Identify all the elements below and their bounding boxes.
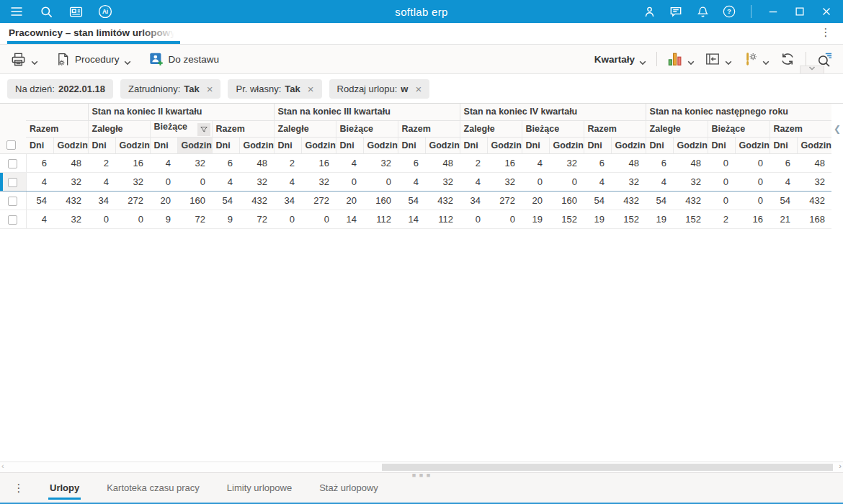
scroll-left-icon[interactable]: ‹ — [1, 462, 4, 470]
filter-chip[interactable]: Na dzień:2022.01.18 — [7, 79, 113, 99]
row-checkbox[interactable] — [8, 159, 17, 168]
tab-pracownicy-stan-limitow[interactable]: Pracownicy – stan limitów urlopowych — [7, 23, 183, 44]
unit-header[interactable]: Godziny — [487, 137, 522, 153]
data-cell: 54 — [26, 191, 53, 210]
unit-header[interactable]: Dni — [88, 137, 115, 153]
scroll-right-icon[interactable]: › — [839, 462, 842, 470]
filter-chip[interactable]: Zatrudniony:Tak× — [120, 79, 220, 99]
data-cell: 32 — [301, 172, 336, 191]
minimize-button[interactable] — [765, 3, 781, 20]
group-header: Stan na koniec III kwartału — [274, 104, 460, 120]
row-checkbox[interactable] — [8, 215, 17, 225]
unit-header[interactable]: Dni — [770, 137, 797, 153]
unit-header[interactable]: Godziny — [53, 137, 88, 153]
news-button[interactable] — [68, 3, 84, 20]
table-row[interactable]: 5443234272201605443234272201605443234272… — [0, 191, 831, 210]
menu-button[interactable] — [9, 3, 24, 20]
unit-header[interactable]: Godziny — [797, 137, 831, 153]
unit-header[interactable]: Godziny — [611, 137, 646, 153]
maximize-button[interactable] — [792, 3, 808, 20]
column-header[interactable]: Razem — [584, 120, 646, 137]
table-row[interactable]: 43243200432432004324320043243200432 — [0, 172, 831, 191]
unit-header[interactable]: Dni — [398, 137, 425, 153]
unit-header[interactable]: Dni — [274, 137, 301, 153]
unit-header[interactable]: Godziny — [549, 137, 584, 153]
chart-view-button[interactable] — [667, 51, 695, 67]
messages-button[interactable] — [668, 3, 684, 20]
panel-left-icon — [705, 51, 721, 67]
ai-assistant-button[interactable]: Ai — [97, 3, 113, 20]
row-checkbox[interactable] — [8, 178, 17, 187]
column-header[interactable]: Razem — [26, 120, 88, 137]
bottom-tabs-menu-icon[interactable]: ⋮ — [12, 482, 26, 495]
unit-header[interactable]: Dni — [212, 137, 239, 153]
unit-header[interactable]: Dni — [460, 137, 487, 153]
horizontal-scrollbar[interactable]: ‹ › — [0, 462, 843, 472]
toolbar-left-group: ProceduryDo zestawu — [10, 51, 219, 68]
close-icon — [820, 5, 833, 18]
print-button[interactable] — [10, 51, 38, 68]
unit-header[interactable]: Godziny — [363, 137, 398, 153]
column-header[interactable]: Razem — [398, 120, 460, 137]
unit-header[interactable]: Dni — [708, 137, 735, 153]
unit-header[interactable]: Dni — [150, 137, 177, 153]
close-icon[interactable]: × — [308, 84, 314, 94]
bottom-tab-urlopy[interactable]: Urlopy — [36, 473, 93, 503]
bottom-tab-staż-urlopowy[interactable]: Staż urlopowy — [305, 473, 392, 503]
bottom-tab-kartoteka-czasu-pracy[interactable]: Kartoteka czasu pracy — [93, 473, 213, 503]
data-cell: 32 — [797, 172, 831, 191]
column-header[interactable]: Zaległe — [460, 120, 522, 137]
user-account-button[interactable] — [641, 3, 657, 20]
quarters-dropdown[interactable]: Kwartały — [594, 54, 646, 65]
notifications-button[interactable] — [695, 3, 710, 20]
data-cell: 6 — [398, 153, 425, 172]
add-to-set-button[interactable]: Do zestawu — [148, 51, 220, 67]
close-icon[interactable]: × — [415, 84, 422, 94]
scrollbar-thumb[interactable] — [382, 464, 833, 471]
column-header[interactable]: Bieżące — [708, 120, 770, 137]
table-row[interactable]: 64821643264821643264821643264864800648 — [0, 153, 831, 172]
unit-header[interactable]: Dni — [336, 137, 363, 153]
alerts-settings-button[interactable] — [742, 51, 770, 67]
data-cell: 20 — [336, 191, 363, 210]
unit-header[interactable]: Dni — [584, 137, 611, 153]
tab-overflow-menu-icon[interactable]: ⋮ — [820, 26, 831, 39]
data-cell: 112 — [363, 210, 398, 228]
help-button[interactable]: ? — [721, 3, 737, 20]
unit-header[interactable]: Godziny — [673, 137, 708, 153]
column-header[interactable]: Zaległe — [274, 120, 336, 137]
filter-funnel-icon[interactable] — [197, 123, 210, 136]
select-all-checkbox[interactable] — [6, 140, 16, 150]
unit-header[interactable]: Godziny — [239, 137, 274, 153]
column-header[interactable]: Zaległe — [88, 120, 150, 137]
column-header[interactable]: Bieżące — [336, 120, 398, 137]
unit-header[interactable]: Godziny — [301, 137, 336, 153]
unit-header[interactable]: Godziny — [177, 137, 212, 153]
row-checkbox[interactable] — [8, 197, 17, 206]
data-cell: 2 — [460, 153, 487, 172]
unit-header[interactable]: Godziny — [735, 137, 770, 153]
column-header[interactable]: Bieżące — [522, 120, 584, 137]
procedures-button[interactable]: Procedury — [55, 52, 131, 67]
unit-header[interactable]: Dni — [522, 137, 549, 153]
table-row[interactable]: 4320097297200141121411200191521915219152… — [0, 210, 831, 228]
column-header[interactable]: Razem — [770, 120, 831, 137]
unit-header[interactable]: Godziny — [115, 137, 150, 153]
unit-header[interactable]: Dni — [646, 137, 673, 153]
close-icon[interactable]: × — [207, 84, 213, 94]
unit-header[interactable]: Dni — [26, 137, 53, 153]
refresh-button[interactable] — [780, 51, 795, 67]
column-header[interactable]: Zaległe — [646, 120, 708, 137]
filter-chip[interactable]: Rodzaj urlopu:w× — [329, 79, 430, 99]
close-button[interactable] — [819, 3, 834, 20]
splitter-handle[interactable]: ■ ■ ■ — [412, 473, 431, 477]
search-button[interactable] — [38, 3, 54, 20]
panel-layout-button[interactable] — [705, 51, 732, 67]
collapse-side-panel-arrow[interactable]: ❮ — [831, 104, 843, 154]
column-header[interactable]: Bieżące — [150, 120, 212, 137]
bottom-tab-limity-urlopowe[interactable]: Limity urlopowe — [213, 473, 305, 503]
unit-header[interactable]: Godziny — [425, 137, 460, 153]
collapse-filter-row-button[interactable] — [800, 66, 824, 73]
filter-chip[interactable]: Pr. własny:Tak× — [228, 79, 321, 99]
column-header[interactable]: Razem — [212, 120, 274, 137]
